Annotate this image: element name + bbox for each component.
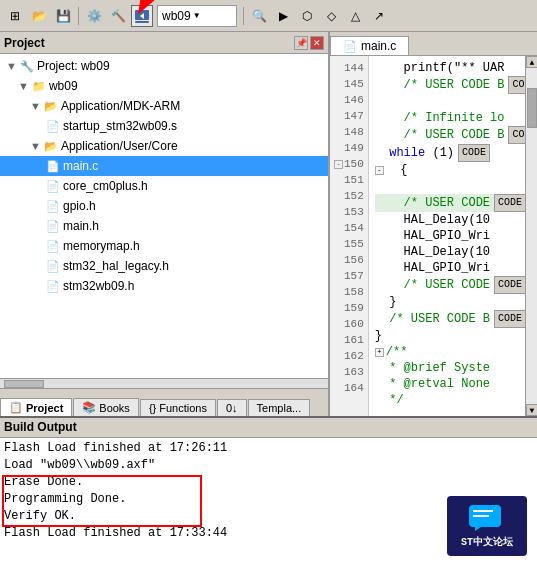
expand-icon[interactable]: ▼ (6, 57, 17, 75)
tree-item-mdk[interactable]: ▼ 📂 Application/MDK-ARM (0, 96, 328, 116)
st-logo: ST中文论坛 (447, 496, 527, 556)
code-line-147: /* Infinite lo (375, 110, 519, 126)
project-hscroll[interactable] (0, 378, 328, 388)
toolbar-btn-stop[interactable]: ⬡ (296, 5, 318, 27)
expand-icon[interactable]: ▼ (30, 137, 41, 155)
editor-tab-label: main.c (361, 39, 396, 53)
expand-icon[interactable]: ▼ (30, 97, 41, 115)
tree-item-wb09[interactable]: ▼ 📁 wb09 (0, 76, 328, 96)
toolbar-btn-stepover[interactable]: △ (344, 5, 366, 27)
toolbar-btn-step[interactable]: ◇ (320, 5, 342, 27)
code-line-146 (375, 94, 519, 110)
code-badge-157: CODE (494, 276, 525, 294)
target-dropdown-arrow[interactable]: ▼ (193, 11, 201, 20)
line-num: 157 (334, 268, 364, 284)
code-line-158: } (375, 294, 519, 310)
toolbar-btn-stepout[interactable]: ↗ (368, 5, 390, 27)
file-icon: 📄 (46, 197, 60, 215)
toolbar-btn-load[interactable] (131, 5, 153, 27)
tab-symbols[interactable]: 0↓ (217, 399, 247, 416)
code-lines: printf("** UAR /* USER CODE B CODE /* In… (369, 56, 525, 416)
tree-item-root[interactable]: ▼ 🔧 Project: wb09 (0, 56, 328, 76)
toolbar-btn-new[interactable]: ⊞ (4, 5, 26, 27)
tab-functions[interactable]: {} Functions (140, 399, 216, 416)
project-panel: Project 📌 ✕ ▼ 🔧 Project: wb09 ▼ (0, 32, 330, 416)
toolbar-btn-save[interactable]: 💾 (52, 5, 74, 27)
svg-marker-8 (475, 527, 481, 531)
file-icon: 📄 (46, 277, 60, 295)
tree-item-wb09h[interactable]: 📄 stm32wb09.h (0, 276, 328, 296)
project-tree[interactable]: ▼ 🔧 Project: wb09 ▼ 📁 wb09 ▼ 📂 Applicati… (0, 54, 328, 378)
scroll-down-arrow[interactable]: ▼ (526, 404, 537, 416)
scroll-up-arrow[interactable]: ▲ (526, 56, 537, 68)
tab-project[interactable]: 📋 Project (0, 398, 72, 416)
tab-books-icon: 📚 (82, 401, 96, 414)
tree-item-label: core_cm0plus.h (63, 177, 148, 195)
tree-item-mainc[interactable]: 📄 main.c (0, 156, 328, 176)
code-line-155: HAL_Delay(10 (375, 244, 519, 260)
tree-item-startup[interactable]: 📄 startup_stm32wb09.s (0, 116, 328, 136)
tab-books[interactable]: 📚 Books (73, 398, 139, 416)
line-num: 162 (334, 348, 364, 364)
code-line-145: /* USER CODE B CODE (375, 76, 519, 94)
file-icon: 📄 (46, 157, 60, 175)
toolbar-btn-run[interactable]: ▶ (272, 5, 294, 27)
svg-rect-6 (473, 510, 493, 512)
tab-templates[interactable]: Templa... (248, 399, 311, 416)
editor-tab-mainc[interactable]: 📄 main.c (330, 36, 409, 55)
target-selector[interactable]: wb09 ▼ (157, 5, 237, 27)
editor-area: 📄 main.c 144 145 146 147 148 149 -150 15… (330, 32, 537, 416)
tree-item-label: stm32_hal_legacy.h (63, 257, 169, 275)
folder-icon: 📂 (44, 137, 58, 155)
editor-scrollbar[interactable]: ▲ ▼ (525, 56, 537, 416)
tree-item-memmap[interactable]: 📄 memorymap.h (0, 236, 328, 256)
file-icon: 📄 (46, 237, 60, 255)
build-output: Build Output Flash Load finished at 17:2… (0, 416, 537, 566)
tree-item-gpio[interactable]: 📄 gpio.h (0, 196, 328, 216)
tree-item-label: memorymap.h (63, 237, 140, 255)
tree-item-mainh[interactable]: 📄 main.h (0, 216, 328, 236)
code-badge-148: CODE (508, 126, 525, 144)
folder-icon: 📁 (32, 77, 46, 95)
line-num: 144 (334, 60, 364, 76)
editor-tab-bar: 📄 main.c (330, 32, 537, 56)
line-num: 148 (334, 124, 364, 140)
close-panel-button[interactable]: ✕ (310, 36, 324, 50)
toolbar-btn-open[interactable]: 📂 (28, 5, 50, 27)
svg-rect-7 (473, 515, 489, 517)
main-layout: Project 📌 ✕ ▼ 🔧 Project: wb09 ▼ (0, 32, 537, 566)
toolbar-btn-build[interactable]: ⚙️ (83, 5, 105, 27)
toolbar-btn-debug[interactable]: 🔍 (248, 5, 270, 27)
toolbar-sep-1 (78, 7, 79, 25)
expand-icon[interactable]: ▼ (18, 77, 29, 95)
code-line-161: + /** (375, 344, 519, 360)
fold-icon[interactable]: - (375, 166, 384, 175)
tree-item-label: startup_stm32wb09.s (63, 117, 177, 135)
tree-item-user[interactable]: ▼ 📂 Application/User/Core (0, 136, 328, 156)
tree-item-core[interactable]: 📄 core_cm0plus.h (0, 176, 328, 196)
st-logo-icon (467, 503, 507, 533)
panel-header-buttons: 📌 ✕ (294, 36, 324, 50)
chat-icon (467, 503, 507, 533)
line-num: 146 (334, 92, 364, 108)
code-line-162: * @brief Syste (375, 360, 519, 376)
build-output-content[interactable]: Flash Load finished at 17:26:11 Load "wb… (0, 438, 537, 566)
line-num: -150 (334, 156, 364, 172)
project-panel-title: Project (4, 36, 45, 50)
panel-tabs: 📋 Project 📚 Books {} Functions 0↓ Templa… (0, 388, 328, 416)
fold-icon-2[interactable]: + (375, 348, 384, 357)
code-area[interactable]: 144 145 146 147 148 149 -150 151 152 153… (330, 56, 537, 416)
code-line-156: HAL_GPIO_Wri (375, 260, 519, 276)
tree-item-legacy[interactable]: 📄 stm32_hal_legacy.h (0, 256, 328, 276)
build-line-2: Load "wb09\\wb09.axf" (4, 457, 533, 474)
load-icon (134, 8, 150, 24)
line-num: 163 (334, 364, 364, 380)
file-icon: 📄 (46, 117, 60, 135)
scroll-track[interactable] (526, 68, 537, 404)
toolbar-sep-2 (243, 7, 244, 25)
pin-button[interactable]: 📌 (294, 36, 308, 50)
line-num: 149 (334, 140, 364, 156)
folder-icon: 📂 (44, 97, 58, 115)
toolbar-btn-rebuild[interactable]: 🔨 (107, 5, 129, 27)
line-num: 158 (334, 284, 364, 300)
